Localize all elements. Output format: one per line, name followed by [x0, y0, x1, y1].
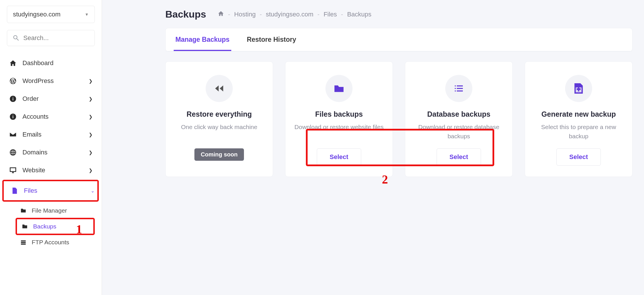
svg-rect-4	[13, 116, 13, 118]
file-icon	[11, 187, 18, 194]
card-desc: One click way back machine	[181, 122, 257, 141]
home-icon[interactable]	[218, 10, 224, 18]
backup-cards: Restore everything One click way back ma…	[165, 52, 632, 187]
chevron-right-icon: ❯	[89, 150, 92, 155]
breadcrumb-crumb[interactable]: Hosting	[234, 11, 256, 18]
folder-icon	[20, 207, 27, 214]
list-icon	[445, 75, 472, 102]
card-title: Restore everything	[187, 110, 252, 118]
sidebar-item-order[interactable]: Order ❯	[7, 90, 95, 108]
page-header: Backups - Hosting - studyingseo.com - Fi…	[165, 9, 632, 20]
chevron-right-icon: ❯	[89, 132, 92, 137]
breadcrumb-crumb[interactable]: studyingseo.com	[266, 11, 313, 18]
ftp-icon	[20, 239, 27, 246]
card-title: Files backups	[315, 110, 363, 118]
annotation-1: 1	[76, 222, 82, 236]
card-desc: Download or restore database backups	[413, 122, 504, 141]
chevron-right-icon: ❯	[89, 96, 92, 102]
sidebar-subitem-label: Backups	[33, 223, 56, 230]
sidebar-item-website[interactable]: Website ❯	[7, 161, 95, 179]
sidebar-subitem-ftp[interactable]: FTP Accounts	[17, 235, 95, 249]
search-icon	[12, 34, 20, 42]
sidebar-item-label: Domains	[22, 149, 83, 156]
card-desc: Select this to prepare a new backup	[533, 122, 624, 141]
breadcrumb: - Hosting - studyingseo.com - Files - Ba…	[218, 10, 372, 18]
backups-panel: Manage Backups Restore History	[165, 28, 632, 52]
breadcrumb-crumb[interactable]: Files	[323, 11, 337, 18]
chevron-right-icon: ❯	[89, 168, 92, 173]
sidebar-item-label: Website	[22, 167, 83, 174]
info-icon	[9, 113, 17, 120]
breadcrumb-crumb[interactable]: Backups	[347, 11, 371, 18]
breadcrumb-sep: -	[317, 11, 319, 18]
sidebar-subitem-label: File Manager	[32, 207, 67, 214]
folder-solid-icon	[325, 75, 353, 102]
rewind-icon	[206, 75, 233, 102]
globe-icon	[9, 149, 17, 156]
search-input[interactable]	[23, 34, 89, 42]
sidebar-item-label: Order	[22, 95, 83, 103]
sidebar-item-emails[interactable]: Emails ❯	[7, 126, 95, 143]
sidebar-item-label: Emails	[22, 131, 83, 138]
svg-rect-1	[13, 98, 13, 101]
coming-soon-badge: Coming soon	[194, 148, 244, 161]
search-input-wrap[interactable]	[7, 30, 95, 46]
sidebar-item-label: WordPress	[22, 77, 83, 85]
chevron-right-icon: ❯	[89, 114, 92, 120]
chevron-down-icon: ▼	[85, 12, 89, 17]
svg-rect-5	[13, 115, 13, 116]
sidebar-subitem-label: FTP Accounts	[32, 239, 69, 246]
envelope-icon	[9, 131, 17, 138]
tab-manage-backups[interactable]: Manage Backups	[174, 28, 231, 51]
sidebar-item-label: Files	[24, 187, 85, 194]
card-generate-new-backup: Generate new backup Select this to prepa…	[525, 61, 632, 177]
card-title: Generate new backup	[541, 110, 616, 118]
svg-rect-2	[13, 97, 13, 98]
sidebar-item-label: Dashboard	[22, 59, 92, 67]
sidebar-sub-files: File Manager Backups 1 FTP Accounts	[7, 203, 95, 249]
select-database-backups-button[interactable]: Select	[437, 148, 481, 166]
monitor-icon	[9, 167, 17, 174]
tab-restore-history[interactable]: Restore History	[245, 28, 298, 51]
sidebar-item-dashboard[interactable]: Dashboard	[7, 54, 95, 72]
add-file-icon	[565, 75, 592, 102]
domain-selector[interactable]: studyingseo.com ▼	[7, 6, 95, 23]
sidebar-item-accounts[interactable]: Accounts ❯	[7, 108, 95, 126]
card-title: Database backups	[427, 110, 490, 118]
breadcrumb-sep: -	[341, 11, 343, 18]
sidebar-subitem-file-manager[interactable]: File Manager	[17, 203, 95, 218]
select-files-backups-button[interactable]: Select	[317, 148, 361, 166]
domain-selector-value: studyingseo.com	[13, 11, 60, 18]
card-files-backups: Files backups Download or restore websit…	[285, 61, 393, 177]
tabs: Manage Backups Restore History	[166, 28, 632, 51]
chevron-right-icon: ❯	[89, 78, 92, 84]
annotation-2: 2	[382, 173, 388, 186]
sidebar-item-label: Accounts	[22, 113, 83, 120]
sidebar-nav: Dashboard WordPress ❯ Order ❯ Accounts ❯…	[7, 54, 95, 249]
wordpress-icon	[9, 77, 17, 85]
sidebar-item-files[interactable]: Files ⌄	[4, 182, 97, 200]
page-title: Backups	[165, 9, 206, 20]
breadcrumb-sep: -	[228, 11, 230, 18]
info-icon	[9, 95, 17, 103]
card-desc: Download or restore website files	[294, 122, 383, 141]
sidebar-item-domains[interactable]: Domains ❯	[7, 143, 95, 161]
home-icon	[9, 59, 17, 67]
folder-solid-icon	[21, 223, 29, 230]
select-generate-backup-button[interactable]: Select	[556, 148, 601, 166]
sidebar-item-wordpress[interactable]: WordPress ❯	[7, 72, 95, 90]
card-restore-everything: Restore everything One click way back ma…	[165, 61, 273, 177]
chevron-down-icon: ⌄	[91, 188, 94, 194]
breadcrumb-sep: -	[260, 11, 262, 18]
card-database-backups: Database backups Download or restore dat…	[405, 61, 513, 177]
